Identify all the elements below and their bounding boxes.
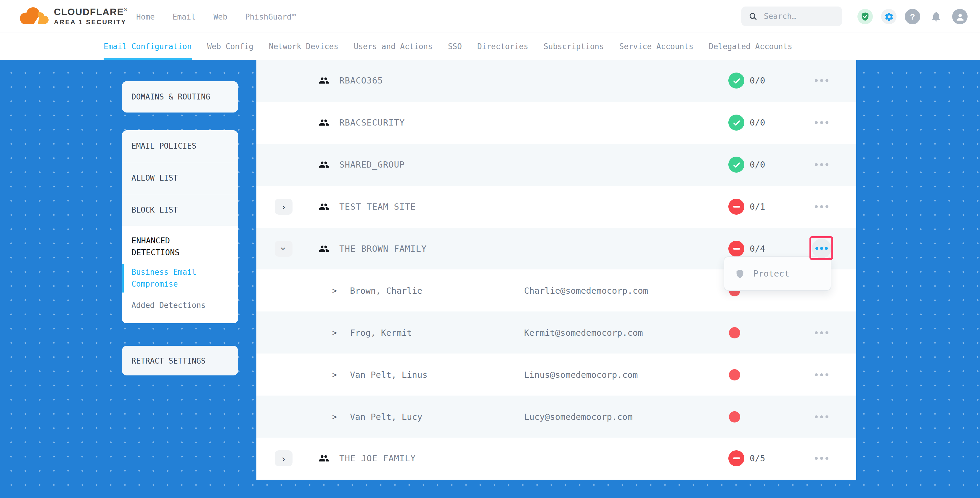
tab-subscriptions[interactable]: Subscriptions [544,33,604,60]
nav-item-email[interactable]: Email [173,12,196,21]
status-count: 0/0 [750,76,765,86]
account-icon[interactable] [952,9,967,24]
dot-glyph [815,457,818,460]
row-menu-button[interactable] [815,121,829,124]
nav-item-phishguard[interactable]: PhishGuard™ [245,12,296,21]
status-alert-badge [728,241,745,257]
dot-glyph [826,415,829,418]
member-email: Charlie@somedemocorp.com [524,286,648,296]
sidebar-item-email-policies[interactable]: EMAIL POLICIES [122,130,238,162]
member-name: Van Pelt, Lucy [350,412,422,421]
help-icon[interactable]: ? [905,9,920,24]
dot-glyph [815,163,818,166]
table-row: >Frog, KermitKermit@somedemocorp.com [256,312,856,354]
dot-glyph [815,205,818,208]
dot-glyph [826,457,829,460]
tab-service-accounts[interactable]: Service Accounts [619,33,694,60]
header-icon-group: ? [858,9,967,24]
status-dot [729,411,740,422]
nav-item-home[interactable]: Home [136,12,155,21]
row-menu-button[interactable] [815,457,829,460]
minus-icon [733,458,740,460]
expand-button[interactable]: › [275,450,293,467]
table-row: RBACO3650/0 [256,60,856,102]
tab-network-devices[interactable]: Network Devices [269,33,339,60]
brand-title: CLOUDFLARE® [54,5,127,18]
status-alert-badge [728,199,745,215]
status-dot [729,327,740,339]
primary-nav: Home Email Web PhishGuard™ [136,0,296,33]
group-name: TEST TEAM SITE [339,202,416,212]
sidebar-item-added-detections[interactable]: Added Detections [132,300,229,312]
collapse-button[interactable]: › [275,241,293,257]
member-chevron-icon[interactable]: > [332,412,337,421]
search-icon [748,12,757,21]
sidebar-label: DOMAINS & ROUTING [132,92,210,101]
row-menu-button[interactable] [815,373,829,376]
status-count: 0/5 [750,454,765,463]
sidebar-item-allow-list[interactable]: ALLOW LIST [122,162,238,194]
row-menu-button[interactable] [815,415,829,418]
shield-check-icon[interactable] [858,9,873,24]
dot-glyph [820,121,823,124]
row-menu-button[interactable] [815,205,829,208]
sidebar-item-retract-settings[interactable]: RETRACT SETTINGS [122,346,238,375]
status-ok-badge [728,115,745,131]
highlight-annotation [810,236,833,260]
dot-glyph [815,373,818,376]
member-chevron-icon[interactable]: > [332,328,337,337]
tab-users-and-actions[interactable]: Users and Actions [354,33,433,60]
tab-sso[interactable]: SSO [448,33,462,60]
minus-icon [733,206,740,208]
enhanced-detections-title[interactable]: ENHANCED DETECTIONS [132,234,202,258]
nav-item-web[interactable]: Web [213,12,228,21]
table-row: >Van Pelt, LucyLucy@somedemocorp.com [256,396,856,438]
sidebar-item-block-list[interactable]: BLOCK LIST [122,194,238,226]
member-name: Brown, Charlie [350,286,422,296]
status-ok-badge [728,157,745,173]
sidebar-item-business-email-compromise[interactable]: Business Email Compromise [132,266,208,290]
search-box[interactable] [741,6,842,26]
dot-glyph [820,373,823,376]
dot-glyph [826,121,829,124]
group-icon [318,75,329,86]
brand-subtitle: AREA 1 SECURITY [54,19,127,26]
expand-button[interactable]: › [275,199,293,215]
group-icon [318,201,329,212]
dot-glyph [826,205,829,208]
row-menu-button[interactable] [815,163,829,166]
dot-glyph [820,205,823,208]
dot-glyph [826,373,829,376]
row-menu-button[interactable] [815,331,829,334]
context-menu: Protect [724,256,831,291]
tab-web-config[interactable]: Web Config [207,33,253,60]
member-email: Kermit@somedemocorp.com [524,328,643,337]
group-icon [318,243,329,254]
status-count: 0/4 [750,244,765,253]
member-chevron-icon[interactable]: > [332,286,337,295]
tab-directories[interactable]: Directories [477,33,528,60]
chevron-icon: › [282,454,285,463]
dot-glyph [815,247,818,250]
cloudflare-logo[interactable]: CLOUDFLARE® AREA 1 SECURITY [17,5,127,29]
row-menu-button[interactable] [815,80,829,82]
group-icon [318,118,329,128]
sidebar-policies-box: EMAIL POLICIES ALLOW LIST BLOCK LIST ENH… [122,130,238,323]
dot-glyph [820,163,823,166]
tab-email-configuration[interactable]: Email Configuration [103,33,192,60]
group-name: SHARED_GROUP [339,160,405,169]
search-input[interactable] [763,11,835,21]
sidebar-item-domains-routing[interactable]: DOMAINS & ROUTING [122,81,238,113]
dot-glyph [815,415,818,418]
context-menu-item-protect[interactable]: Protect [753,269,789,278]
section-tabs: Email Configuration Web Config Network D… [0,33,980,60]
member-chevron-icon[interactable]: > [332,370,337,379]
registered-mark: ® [124,8,127,12]
dot-glyph [815,121,818,124]
top-header-bar: CLOUDFLARE® AREA 1 SECURITY Home Email W… [0,0,980,33]
tab-delegated-accounts[interactable]: Delegated Accounts [709,33,792,60]
table-row: >Van Pelt, LinusLinus@somedemocorp.com [256,353,856,396]
bell-icon[interactable] [929,9,944,24]
row-menu-button-active[interactable] [811,238,831,258]
gear-icon[interactable] [881,9,897,24]
